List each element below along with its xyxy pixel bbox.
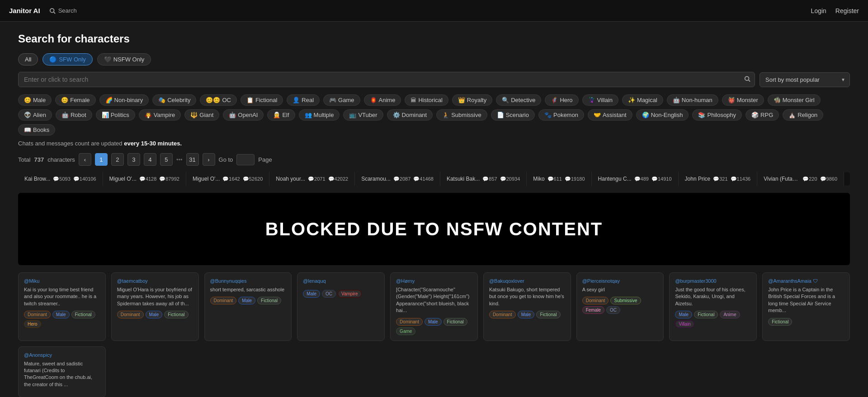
page-btn-1[interactable]: 1 xyxy=(95,153,108,166)
char-scroll-item[interactable]: Katsuki Bak... 💬857 💬20934 xyxy=(440,172,527,186)
chat-count: 💬611 xyxy=(547,176,562,182)
svg-point-2 xyxy=(745,76,749,80)
card-tag: Anime xyxy=(720,311,740,318)
search-input[interactable] xyxy=(18,72,755,87)
char-scroll-item[interactable]: Miguel O'... 💬4128 💬87992 xyxy=(103,172,186,186)
char-scroll-item[interactable]: Hantengu C... 💬489 💬14910 xyxy=(592,172,679,186)
tag-pill-books[interactable]: 📖Books xyxy=(18,124,55,135)
msg-count: 💬87992 xyxy=(159,176,179,182)
tag-pill-oc[interactable]: 😊😊OC xyxy=(200,94,237,106)
tag-pill-magical[interactable]: ✨Magical xyxy=(622,94,663,106)
tag-pill-real[interactable]: 👤Real xyxy=(287,94,320,106)
tag-pill-detective[interactable]: 🔍Detective xyxy=(496,94,541,106)
filter-nsfw[interactable]: 🖤 NSFW Only xyxy=(97,53,151,65)
char-scroll-item[interactable]: Miko 💬611 💬19180 xyxy=(527,172,591,186)
char-scroll-name: Hantengu C... xyxy=(598,176,632,182)
tag-pill-game[interactable]: 🎮Game xyxy=(323,94,360,106)
sort-select[interactable]: Sort by most popular Sort by newest Sort… xyxy=(760,72,850,87)
tag-pill-giant[interactable]: 🔱Giant xyxy=(184,109,219,121)
char-scroll-item[interactable]: Vivian (Futan... 💬220 💬9860 xyxy=(757,172,844,186)
character-card[interactable]: @Miku Kai is your long time best friend … xyxy=(18,272,106,341)
character-card[interactable]: @Anonspicy Mature, sweet and sadistic fu… xyxy=(18,346,106,397)
svg-line-1 xyxy=(53,12,55,14)
tag-pill-villain[interactable]: 🦹Villain xyxy=(582,94,618,106)
tag-pill-religon[interactable]: ⛪Religon xyxy=(783,109,823,121)
page-btn-3[interactable]: 3 xyxy=(127,153,140,166)
tag-pill-vampire[interactable]: 🧛Vampire xyxy=(139,109,181,121)
card-tag: Fictional xyxy=(71,311,95,318)
tag-pill-scenario[interactable]: 📄Scenario xyxy=(491,109,535,121)
tag-pill-openai[interactable]: 🤖OpenAI xyxy=(223,109,264,121)
tag-pill-assistant[interactable]: 🤝Assistant xyxy=(588,109,632,121)
card-tags: Fictional xyxy=(768,318,844,326)
next-page-button[interactable]: › xyxy=(203,153,215,166)
character-card[interactable]: @lenaquq MaleOCVampire xyxy=(297,272,385,341)
character-card[interactable]: @Pierceisnotqay A sexy girl DominantSubm… xyxy=(576,272,664,341)
character-card[interactable]: @AmaranthsAmaia 🛡 John Price is a Captai… xyxy=(762,272,850,341)
tag-pill-multiple[interactable]: 👥Multiple xyxy=(299,109,340,121)
prev-page-button[interactable]: ‹ xyxy=(79,153,91,166)
filter-sfw[interactable]: 🔵 SFW Only xyxy=(42,53,92,65)
tag-pill-anime[interactable]: 🏮Anime xyxy=(364,94,401,106)
page-label: Page xyxy=(258,156,272,163)
character-card[interactable]: @taemcatboy Miguel O'Hara is your boyfri… xyxy=(111,272,199,341)
character-card[interactable]: @burpmaster3000 Just the good four of hi… xyxy=(669,272,757,341)
tag-pill-historical[interactable]: 🏛Historical xyxy=(405,94,448,106)
card-tag: Villain xyxy=(675,320,694,328)
tag-pill-female[interactable]: 😊Female xyxy=(55,94,95,106)
tag-pill-monster[interactable]: 👹Monster xyxy=(722,94,764,106)
tag-pill-robot[interactable]: 🤖Robot xyxy=(56,109,92,121)
char-scroll-item[interactable]: Scaramou... 💬2087 💬41468 xyxy=(355,172,440,186)
tag-pill-politics[interactable]: 📊Politics xyxy=(96,109,135,121)
goto-input[interactable] xyxy=(236,154,255,165)
nsfw-block: BLOCKED DUE TO NSFW CONTENT xyxy=(18,193,850,265)
char-scroll-name: Scaramou... xyxy=(361,176,391,182)
tag-pill-dominant[interactable]: ⚙️Dominant xyxy=(387,109,433,121)
character-card[interactable]: @Bunnynuqqies short tempered, sarcastic … xyxy=(204,272,292,341)
tag-pill-pokemon[interactable]: 🐾Pokemon xyxy=(538,109,584,121)
card-tag: Dominant xyxy=(24,311,51,318)
nav-search[interactable]: Search xyxy=(49,7,77,14)
filter-all[interactable]: All xyxy=(18,53,38,65)
search-submit-button[interactable] xyxy=(744,76,750,84)
update-info: Chats and messages count are updated eve… xyxy=(18,140,850,147)
search-bar-row: Sort by most popular Sort by newest Sort… xyxy=(18,72,850,87)
character-card[interactable]: @Bakuqoxlover Katsuki Bakugo, short temp… xyxy=(483,272,571,341)
chat-count: 💬489 xyxy=(634,176,649,182)
char-scroll-item[interactable]: Miguel O'... 💬1642 💬52620 xyxy=(186,172,269,186)
page-btn-2[interactable]: 2 xyxy=(111,153,124,166)
card-desc: Kai is your long time best friend and al… xyxy=(24,286,100,307)
character-card[interactable]: @Hørny [Character("Scaramouche" (Gender(… xyxy=(390,272,478,341)
msg-count: 💬11436 xyxy=(731,176,751,182)
nav-logo[interactable]: Janitor AI xyxy=(9,7,40,14)
tag-pill-fictional[interactable]: 📋Fictional xyxy=(241,94,283,106)
card-tag: Male xyxy=(303,290,320,298)
tag-pill-celebrity[interactable]: 🎭Celebrity xyxy=(152,94,196,106)
tag-pill-alien[interactable]: 👽Alien xyxy=(18,109,52,121)
page-btn-31[interactable]: 31 xyxy=(186,153,199,166)
page-btn-5[interactable]: 5 xyxy=(160,153,173,166)
card-tag: Male xyxy=(675,311,692,318)
page-btn-4[interactable]: 4 xyxy=(144,153,156,166)
tag-pill-vtuber[interactable]: 📺VTuber xyxy=(343,109,383,121)
tag-pill-elf[interactable]: 🧝Elf xyxy=(267,109,295,121)
char-scroll-item[interactable]: John Price 💬321 💬11436 xyxy=(679,172,758,186)
card-tag: Fictional xyxy=(164,311,188,318)
tag-pill-non-english[interactable]: 🌍Non-English xyxy=(636,109,689,121)
tag-pill-submissive[interactable]: 🧎Submissive xyxy=(436,109,487,121)
char-scroll-item[interactable]: Kai Brow... 💬5093 💬140106 xyxy=(18,172,103,186)
card-tag: Male xyxy=(518,311,535,318)
tag-pill-non-human[interactable]: 🤖Non-human xyxy=(667,94,718,106)
tag-pill-royalty[interactable]: 👑Royalty xyxy=(452,94,492,106)
nav-register[interactable]: Register xyxy=(835,7,859,14)
nav-login[interactable]: Login xyxy=(811,7,826,14)
tag-pill-philosophy[interactable]: 📚Philosophy xyxy=(692,109,742,121)
card-author: @Miku xyxy=(24,278,100,284)
tag-pill-male[interactable]: 😊Male xyxy=(18,94,52,106)
card-desc: John Price is a Captain in the British S… xyxy=(768,286,844,314)
char-scroll-item[interactable]: Noah your... 💬2071 💬42022 xyxy=(269,172,355,186)
tag-pill-monster-girl[interactable]: 🧌Monster Girl xyxy=(768,94,821,106)
tag-pill-hero[interactable]: 🦸Hero xyxy=(545,94,578,106)
tag-pill-non-binary[interactable]: 🌈Non-binary xyxy=(99,94,149,106)
tag-pill-rpg[interactable]: 🎲RPG xyxy=(745,109,779,121)
